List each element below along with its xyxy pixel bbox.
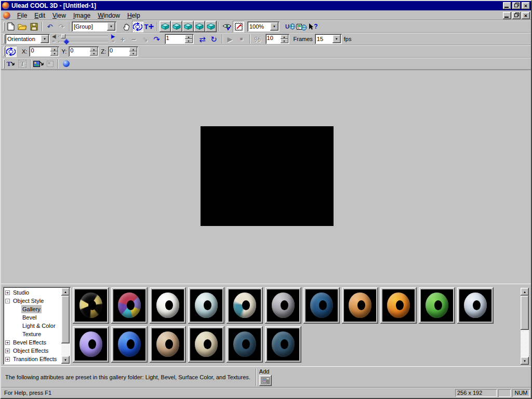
preview-quality-button[interactable] bbox=[221, 21, 233, 32]
spin-down-button[interactable]: ▼ bbox=[90, 51, 98, 56]
gallery-scrollbar[interactable]: ▲ ▼ bbox=[521, 288, 529, 365]
gallery-thumbnail-cream-teal[interactable] bbox=[227, 287, 263, 324]
add-keyframe-button[interactable]: + bbox=[117, 33, 128, 45]
z-spinner[interactable]: 0 ▲ ▼ bbox=[108, 46, 138, 57]
toolbar-grip[interactable] bbox=[3, 59, 5, 69]
key-slider[interactable] bbox=[58, 39, 108, 44]
menu-edit[interactable]: Edit bbox=[31, 11, 49, 20]
doc-minimize-button[interactable] bbox=[503, 12, 511, 19]
zoom-dropdown[interactable]: 100% ▼ bbox=[247, 21, 280, 32]
step-back-button[interactable]: ↞ bbox=[52, 39, 56, 44]
tree-item-texture[interactable]: Texture bbox=[4, 330, 61, 338]
menu-view[interactable]: View bbox=[49, 11, 70, 20]
expand-plus-icon[interactable]: + bbox=[5, 349, 10, 353]
move-text-tool-button[interactable]: T bbox=[143, 21, 155, 32]
spin-up-button[interactable]: ▲ bbox=[90, 47, 98, 51]
view-mode-5-button[interactable] bbox=[205, 21, 217, 32]
frame-slider-thumb[interactable] bbox=[61, 34, 65, 38]
scroll-up-button[interactable]: ▲ bbox=[521, 288, 529, 296]
view-mode-1-button[interactable] bbox=[159, 21, 171, 32]
doc-close-button[interactable]: × bbox=[522, 12, 530, 19]
y-spinner[interactable]: 0 ▲ ▼ bbox=[69, 46, 99, 57]
chevron-down-icon[interactable]: ▼ bbox=[270, 22, 278, 31]
close-button[interactable]: × bbox=[522, 2, 530, 9]
play-button[interactable]: ▶ bbox=[224, 33, 236, 45]
tree-item-global-effects[interactable]: +Global Effects bbox=[4, 363, 61, 365]
reverse-keyframes-button[interactable]: ⇘ bbox=[140, 33, 151, 45]
spin-down-button[interactable]: ▼ bbox=[281, 39, 288, 43]
gallery-thumbnail-brown-marble[interactable] bbox=[150, 326, 186, 363]
tree-item-gallery[interactable]: Gallery bbox=[4, 305, 61, 313]
scrollbar-thumb[interactable] bbox=[61, 296, 70, 343]
toolbar-grip[interactable] bbox=[3, 22, 5, 31]
scrollbar-thumb[interactable] bbox=[521, 296, 529, 330]
insert-geometric-object-button[interactable] bbox=[60, 58, 72, 70]
gallery-thumbnail-white-marble[interactable] bbox=[150, 287, 186, 324]
duration-spinner[interactable]: 10 ▲ ▼ bbox=[265, 34, 289, 44]
pan-tool-button[interactable] bbox=[121, 21, 132, 32]
rotate-tool-button[interactable] bbox=[132, 21, 143, 32]
open-file-button[interactable] bbox=[17, 21, 28, 32]
chevron-down-icon[interactable]: ▼ bbox=[332, 35, 341, 43]
spin-down-button[interactable]: ▼ bbox=[129, 51, 137, 56]
chevron-down-icon[interactable]: ▼ bbox=[41, 35, 49, 43]
insert-graphics-button[interactable] bbox=[33, 58, 44, 70]
tree-item-bevel[interactable]: Bevel bbox=[4, 313, 61, 322]
spin-down-button[interactable]: ▼ bbox=[50, 51, 58, 56]
expand-plus-icon[interactable]: + bbox=[5, 357, 10, 362]
expand-plus-icon[interactable]: + bbox=[5, 290, 10, 295]
tree-item-bevel-effects[interactable]: +Bevel Effects bbox=[4, 338, 61, 347]
spin-up-button[interactable]: ▲ bbox=[129, 47, 137, 51]
chevron-down-icon[interactable]: ▼ bbox=[107, 22, 115, 31]
gallery-thumbnail-green[interactable] bbox=[419, 287, 455, 324]
spin-up-button[interactable]: ▲ bbox=[50, 47, 58, 51]
gallery-thumbnail-slate[interactable] bbox=[227, 326, 263, 363]
scroll-down-button[interactable]: ▼ bbox=[521, 357, 529, 365]
gallery-thumbnail-gold-shards[interactable] bbox=[73, 287, 109, 324]
edit-graphics-button[interactable] bbox=[44, 58, 56, 70]
spin-up-button[interactable]: ▲ bbox=[281, 35, 288, 39]
menu-file[interactable]: File bbox=[14, 11, 31, 20]
scrollbar-track[interactable] bbox=[521, 330, 529, 357]
attribute-mode-dropdown[interactable]: Orientation ▼ bbox=[5, 34, 50, 44]
fps-dropdown[interactable]: 15 ▼ bbox=[315, 34, 342, 44]
spin-down-button[interactable]: ▼ bbox=[185, 39, 193, 43]
restore-button[interactable] bbox=[512, 2, 521, 9]
cycle-toggle-button[interactable]: ↻ bbox=[208, 33, 220, 45]
gallery-thumbnail-steel-flange[interactable] bbox=[265, 287, 301, 324]
gallery-thumbnail-sapphire[interactable] bbox=[111, 326, 148, 363]
gallery-thumbnail-blue-clouds[interactable] bbox=[188, 287, 224, 324]
scroll-up-button[interactable]: ▲ bbox=[61, 288, 70, 296]
tree-item-transition-effects[interactable]: +Transition Effects bbox=[4, 355, 61, 363]
loop-toggle-button[interactable]: ⇄ bbox=[197, 33, 208, 45]
toolbar-grip[interactable] bbox=[3, 34, 5, 44]
context-help-button[interactable]: ? bbox=[308, 21, 319, 32]
menu-image[interactable]: Image bbox=[70, 11, 94, 20]
rotate-mode-button[interactable] bbox=[5, 46, 17, 57]
edit-text-button[interactable]: T bbox=[17, 58, 28, 70]
expand-plus-icon[interactable]: + bbox=[5, 340, 10, 345]
collapse-minus-icon[interactable]: - bbox=[5, 299, 10, 303]
add-to-gallery-button[interactable] bbox=[259, 375, 272, 386]
web-export-button[interactable]: U bbox=[285, 21, 296, 32]
remove-keyframe-button[interactable]: − bbox=[128, 33, 140, 45]
tree-item-object-style[interactable]: -Object Style bbox=[4, 297, 61, 305]
stop-button[interactable]: ■ bbox=[236, 33, 247, 45]
tree-scrollbar[interactable]: ▲ ▼ bbox=[61, 288, 70, 364]
doc-restore-button[interactable] bbox=[512, 12, 521, 19]
update-preview-button[interactable] bbox=[233, 21, 244, 32]
view-mode-2-button[interactable] bbox=[171, 21, 182, 32]
preview-ratio-button[interactable]: % bbox=[252, 33, 263, 45]
view-mode-4-button[interactable] bbox=[194, 21, 205, 32]
menu-help[interactable]: Help bbox=[124, 11, 144, 20]
spin-up-button[interactable]: ▲ bbox=[185, 35, 193, 39]
gallery-thumbnail-amber-fire[interactable] bbox=[380, 287, 417, 324]
loop-return-button[interactable]: ↷ bbox=[151, 33, 163, 45]
current-frame-spinner[interactable]: 1 ▲ ▼ bbox=[165, 34, 194, 44]
new-file-button[interactable] bbox=[5, 21, 17, 32]
view-mode-3-button[interactable] bbox=[182, 21, 194, 32]
redo-button[interactable]: ↷ bbox=[56, 21, 67, 32]
render-canvas[interactable] bbox=[201, 126, 334, 226]
document-icon[interactable] bbox=[3, 12, 10, 19]
gallery-thumbnail-copper[interactable] bbox=[342, 287, 378, 324]
